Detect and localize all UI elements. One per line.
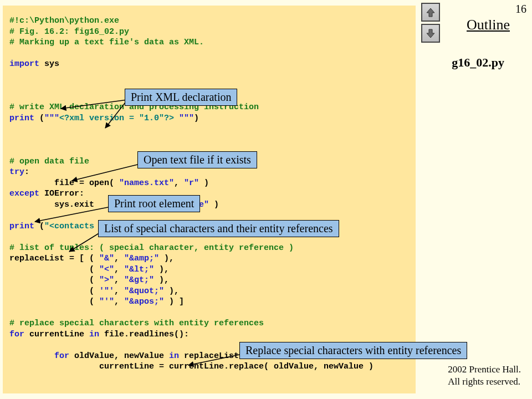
line-31: currentLine = currentLine.replace( oldVa… — [9, 362, 374, 371]
line-2: # Fig. 16.2: fig16_02.py — [9, 27, 129, 37]
line-18-print: print — [9, 222, 34, 231]
code-listing: #!c:\Python\python.exe # Fig. 16.2: fig1… — [3, 6, 416, 393]
source-filename: g16_02.py — [452, 55, 504, 70]
line-1: #!c:\Python\python.exe — [9, 16, 119, 25]
line-27: # replace special characters with entity… — [9, 319, 264, 328]
copyright-line1: 2002 Prentice Hall. — [448, 364, 521, 375]
callout-replace-list: List of special characters and their ent… — [98, 220, 339, 237]
callout-open-file: Open text file if it exists — [137, 151, 257, 168]
line-20: # list of tuples: ( special character, e… — [9, 243, 294, 253]
arrow-up-icon — [425, 7, 436, 18]
copyright-notice: 2002 Prentice Hall. All rights reserved. — [448, 364, 521, 388]
line-5-rest: sys — [39, 59, 59, 69]
arrow-down-icon — [425, 28, 436, 39]
line-28-for: for — [9, 330, 24, 339]
nav-next-button[interactable] — [421, 24, 440, 43]
line-5-kw: import — [9, 59, 39, 69]
line-9-print: print — [9, 114, 34, 123]
line-13-try: try — [9, 167, 24, 177]
outline-heading: Outline — [467, 17, 510, 33]
line-15-except: except — [9, 189, 39, 198]
side-panel: 16 Outline g16_02.py 2002 Prentice Hall.… — [416, 3, 526, 396]
page-number: 16 — [515, 3, 526, 16]
line-12: # open data file — [9, 157, 89, 166]
copyright-line2: All rights reserved. — [448, 376, 520, 387]
callout-print-xml-decl: Print XML declaration — [125, 89, 237, 106]
nav-prev-button[interactable] — [421, 3, 440, 22]
line-3: # Marking up a text file's data as XML. — [9, 38, 204, 47]
callout-print-root: Print root element — [108, 195, 200, 212]
